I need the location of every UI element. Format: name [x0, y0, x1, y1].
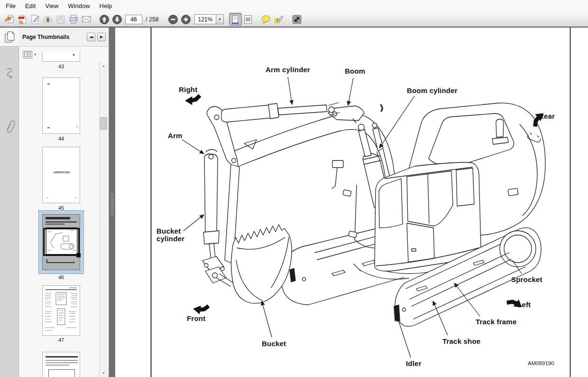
toolbar-separator [226, 13, 227, 26]
toolbar-separator [164, 13, 165, 26]
thumbnail-label: 47 [42, 337, 80, 343]
sign-icon [29, 14, 41, 25]
fit-page-button[interactable] [242, 13, 255, 26]
zoom-dropdown-caret-icon[interactable]: ▼ [216, 15, 223, 24]
thumbnail-page-48[interactable] [42, 352, 80, 377]
thumbnail-options-icon [23, 51, 32, 58]
cloud-upload-button[interactable] [41, 13, 54, 26]
thumbnail-page-45[interactable]: OPERATION [42, 147, 80, 203]
figure-code: AM089190 [528, 360, 554, 366]
thumbnail-text: OPERATION [43, 171, 81, 174]
scroll-down-button[interactable]: ▼ [100, 369, 108, 377]
minus-icon [168, 14, 178, 25]
thumbnail-page-43[interactable] [42, 51, 80, 62]
comment-bubble-icon [260, 14, 272, 25]
fit-page-icon [242, 14, 254, 25]
label-track-shoe: Track shoe [442, 337, 480, 345]
label-front: Front [187, 314, 205, 322]
excavator-line-art [115, 28, 588, 377]
sign-button[interactable] [28, 13, 41, 26]
menu-view[interactable]: View [40, 0, 63, 11]
open-icon [4, 14, 15, 25]
print-button[interactable] [67, 13, 80, 26]
highlight-text-button[interactable] [273, 13, 285, 26]
menu-help[interactable]: Help [95, 0, 117, 11]
thumbnails-panel: Page Thumbnails ◀◀ ▶ ▼ 43 [19, 28, 109, 377]
attachments-tab[interactable] [0, 116, 19, 139]
page-thumbnails-tab[interactable] [0, 28, 19, 47]
view-box-resize-handle[interactable] [76, 253, 81, 257]
signatures-tab[interactable] [0, 66, 19, 83]
label-right: Right [179, 85, 197, 94]
options-caret-icon: ▼ [34, 53, 37, 56]
create-pdf-icon [17, 14, 28, 25]
next-page-button[interactable] [110, 13, 123, 26]
thumbnail-label: 46 [42, 274, 80, 280]
collapse-panel-button[interactable]: ◀◀ [87, 33, 95, 41]
zoom-level-combo[interactable]: 121% ▼ [194, 14, 224, 24]
thumbnail-label: 44 [42, 136, 80, 141]
attachments-icon [4, 116, 15, 139]
arrow-up-icon [99, 14, 110, 25]
save-icon [55, 14, 66, 25]
content-region: Page Thumbnails ◀◀ ▶ ▼ 43 [0, 28, 588, 377]
thumbnail-sketch [43, 286, 80, 335]
thumbnails-scrollbar[interactable]: ▲ ▼ [99, 62, 107, 377]
zoom-out-button[interactable] [167, 13, 180, 26]
panel-header: Page Thumbnails ◀◀ ▶ [19, 28, 109, 47]
signatures-icon [4, 66, 15, 83]
label-boom: Boom [345, 67, 365, 75]
page-count-label: / 258 [146, 16, 159, 23]
panel-splitter[interactable] [109, 28, 115, 377]
open-button[interactable] [3, 13, 16, 26]
scrolling-mode-icon [230, 14, 241, 25]
plus-icon [181, 14, 191, 25]
label-sprocket: Sprocket [511, 275, 542, 283]
scrollbar-thumb[interactable] [100, 117, 107, 130]
zoom-level-value: 121% [195, 16, 216, 23]
menu-bar: File Edit View Window Help [0, 0, 588, 11]
thumbnail-label: 45 [42, 205, 80, 211]
toolbar-separator [95, 13, 95, 26]
navigation-rail [0, 28, 19, 377]
menu-window[interactable]: Window [63, 0, 94, 11]
save-button[interactable] [54, 13, 67, 26]
label-track-frame: Track frame [476, 318, 516, 326]
print-icon [68, 14, 79, 25]
panel-title: Page Thumbnails [22, 34, 87, 40]
email-icon [81, 14, 92, 25]
fullscreen-icon [291, 14, 303, 25]
thumbnail-page-47[interactable] [42, 285, 80, 336]
expand-panel-button[interactable]: ▶ [97, 33, 106, 41]
menu-edit[interactable]: Edit [20, 0, 40, 11]
label-left: Left [517, 301, 531, 309]
document-area: Arm cylinder Boom Boom cylinder Right Re… [115, 28, 588, 377]
scrolling-mode-button[interactable] [229, 13, 242, 26]
highlight-text-icon [273, 14, 285, 25]
splitter-grip[interactable] [110, 194, 114, 217]
previous-page-button[interactable] [98, 13, 110, 26]
scroll-up-button[interactable]: ▲ [100, 62, 108, 70]
thumbnail-label: 43 [42, 64, 80, 69]
thumbnail-options-button[interactable]: ▼ [23, 50, 37, 58]
comment-button[interactable] [260, 13, 273, 26]
cloud-upload-icon [42, 14, 54, 25]
label-rear: Rear [539, 112, 555, 120]
thumbnail-page-46-selected[interactable] [39, 211, 83, 273]
zoom-in-button[interactable] [180, 13, 193, 26]
page-number-input[interactable] [125, 15, 142, 24]
label-arm: Arm [168, 132, 183, 140]
fullscreen-button[interactable] [291, 13, 303, 26]
thumbnail-page-44[interactable] [42, 77, 80, 134]
label-idler: Idler [406, 359, 422, 368]
menu-file[interactable]: File [1, 0, 20, 11]
toolbar: / 258 121% ▼ [0, 11, 588, 28]
create-pdf-button[interactable] [16, 13, 28, 26]
arrow-down-icon [112, 14, 122, 25]
toolbar-separator [288, 13, 288, 26]
label-bucket: Bucket [262, 339, 286, 348]
page-view-box[interactable] [43, 228, 80, 256]
thumbnail-page-46 [42, 214, 80, 270]
email-button[interactable] [80, 13, 92, 26]
label-arm-cylinder: Arm cylinder [266, 66, 310, 74]
